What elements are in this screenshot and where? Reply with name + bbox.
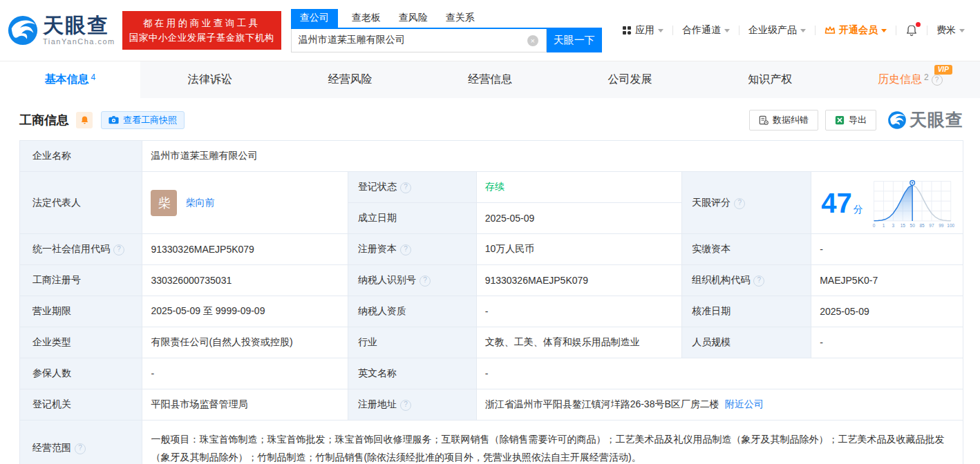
taxpayer-id-label: 纳税人识别号?	[348, 265, 477, 296]
reg-capital-label: 注册资本?	[348, 234, 477, 265]
crown-icon	[824, 26, 836, 35]
tab-operation-risk[interactable]: 经营风险	[280, 61, 420, 98]
menu-item-user[interactable]: 费米	[936, 24, 965, 37]
chevron-down-icon	[881, 29, 887, 32]
search-tab-risk[interactable]: 查风险	[399, 12, 428, 28]
brand-name: 天眼查	[43, 15, 115, 36]
english-name-label: 英文名称	[348, 358, 477, 389]
help-icon[interactable]: ?	[734, 198, 745, 209]
legal-rep-link[interactable]: 柴向前	[185, 197, 214, 209]
business-snapshot-button[interactable]: 查看工商快照	[101, 111, 185, 129]
nearby-companies-link[interactable]: 附近公司	[725, 398, 764, 409]
help-icon[interactable]: ?	[400, 182, 411, 193]
reg-authority-value: 平阳县市场监督管理局	[142, 389, 348, 420]
reg-number-label: 工商注册号	[20, 265, 142, 296]
menu-item-label: 企业级产品	[748, 24, 797, 37]
svg-text:85: 85	[919, 223, 925, 228]
industry-value: 文教、工美、体育和娱乐用品制造业	[476, 327, 682, 358]
watermark-logo: 天眼查	[887, 108, 963, 131]
notification-bell[interactable]	[905, 24, 918, 37]
username: 费米	[936, 24, 956, 37]
menu-item-label: 应用	[635, 24, 654, 37]
menu-item-apps[interactable]: 应用	[622, 24, 663, 37]
avatar[interactable]: 柴	[151, 190, 177, 216]
slogan-line1: 都在用的商业查询工具	[129, 16, 274, 30]
menu-item-label: 合作通道	[682, 24, 721, 37]
data-correction-button[interactable]: 数据纠错	[749, 110, 818, 130]
help-icon[interactable]: ?	[400, 400, 411, 411]
established-value: 2025-05-09	[476, 203, 682, 234]
reg-address-label-text: 注册地址	[358, 398, 397, 409]
reg-authority-label: 登记机关	[20, 389, 142, 420]
main-tabbar: 基本信息4 法律诉讼 经营风险 经营信息 公司发展 知识产权 VIP 历史信息2…	[0, 61, 980, 98]
menu-separator	[672, 26, 673, 35]
search-tab-company[interactable]: 查公司	[291, 9, 338, 28]
tianyancha-logo[interactable]: 天眼查 TianYanCha.com	[7, 14, 115, 46]
menu-separator	[815, 26, 816, 35]
table-row: 企业类型 有限责任公司(自然人投资或控股) 行业 文教、工美、体育和娱乐用品制造…	[20, 327, 963, 358]
staff-size-value: -	[811, 327, 963, 358]
help-icon[interactable]: ?	[113, 244, 124, 255]
help-icon[interactable]: ?	[75, 443, 86, 454]
status-badge: 存续	[485, 181, 505, 192]
paid-capital-label: 实缴资本	[682, 234, 811, 265]
export-button[interactable]: 导出	[825, 110, 876, 130]
bell-orange-icon	[80, 115, 89, 125]
tab-count: 2	[924, 72, 929, 82]
business-info-table: 企业名称 温州市道莱玉雕有限公司 法定代表人 柴 柴向前 登记状态? 存续 天眼…	[19, 140, 963, 464]
brand-text-block: 天眼查 TianYanCha.com	[43, 15, 115, 46]
search-input[interactable]	[291, 29, 547, 52]
tab-basic-info[interactable]: 基本信息4	[0, 61, 140, 98]
search-tab-boss[interactable]: 查老板	[352, 12, 381, 28]
menu-separator	[896, 26, 896, 35]
table-row: 参保人数 - 英文名称 -	[20, 358, 963, 389]
menu-separator	[739, 26, 739, 35]
score-label-text: 天眼评分	[692, 197, 731, 208]
company-type-label: 企业类型	[20, 327, 142, 358]
menu-item-enterprise[interactable]: 企业级产品	[748, 24, 806, 37]
help-icon[interactable]: ?	[420, 276, 431, 287]
tab-company-development[interactable]: 公司发展	[560, 61, 700, 98]
search-bar: × 天眼一下	[291, 29, 602, 52]
section-header: 工商信息 查看工商快照	[0, 98, 980, 140]
help-icon[interactable]: ?	[400, 244, 411, 255]
table-row: 经营范围? 一般项目：珠宝首饰制造；珠宝首饰批发；珠宝首饰回收修理服务；互联网销…	[20, 420, 963, 464]
excel-icon	[835, 115, 845, 125]
credit-code-label: 统一社会信用代码?	[20, 234, 142, 265]
help-icon[interactable]: ?	[932, 75, 943, 86]
watermark-logo-icon	[887, 110, 907, 130]
tab-intellectual-property[interactable]: 知识产权	[700, 61, 840, 98]
menu-item-vip[interactable]: 开通会员	[824, 24, 887, 37]
svg-text:100: 100	[947, 223, 954, 228]
section-title: 工商信息	[19, 112, 69, 128]
help-icon[interactable]: ?	[753, 276, 764, 287]
svg-text:15: 15	[900, 223, 905, 228]
search-area: 查公司 查老板 查风险 查关系 × 天眼一下	[291, 9, 602, 52]
reg-status-value: 存续	[476, 172, 682, 203]
monitor-bell-button[interactable]	[76, 112, 93, 128]
table-row: 登记机关 平阳县市场监督管理局 注册地址? 浙江省温州市平阳县鳌江镇河垟路26-…	[20, 389, 963, 420]
credit-code-value: 91330326MAEJP5K079	[142, 234, 348, 265]
tab-label: 公司发展	[608, 72, 652, 87]
table-row: 工商注册号 330326000735031 纳税人识别号? 91330326MA…	[20, 265, 963, 296]
credit-code-label-text: 统一社会信用代码	[32, 243, 110, 254]
page: 天眼查 TianYanCha.com 都在用的商业查询工具 国家中小企业发展子基…	[0, 0, 980, 464]
search-tab-relation[interactable]: 查关系	[446, 12, 475, 28]
svg-text:1: 1	[882, 223, 885, 228]
company-type-value: 有限责任公司(自然人投资或控股)	[142, 327, 348, 358]
tab-legal-litigation[interactable]: 法律诉讼	[140, 61, 281, 98]
reg-address-label: 注册地址?	[348, 389, 477, 420]
clear-icon[interactable]: ×	[527, 35, 538, 46]
insured-value: -	[142, 358, 348, 389]
menu-item-partnership[interactable]: 合作通道	[682, 24, 730, 37]
org-code-label: 组织机构代码?	[682, 265, 811, 296]
table-row: 营业期限 2025-05-09 至 9999-09-09 纳税人资质 - 核准日…	[20, 296, 963, 327]
legal-rep-cell: 柴 柴向前	[142, 172, 348, 234]
tab-label: 知识产权	[748, 72, 792, 87]
score-curve-chart: 0 1 3 15 50 85 97 99 100	[870, 175, 954, 231]
tab-history-info[interactable]: VIP 历史信息2 ?	[840, 61, 980, 98]
score-value: 47	[821, 188, 852, 218]
established-label: 成立日期	[348, 203, 477, 234]
tab-operation-info[interactable]: 经营信息	[420, 61, 560, 98]
search-button[interactable]: 天眼一下	[547, 29, 602, 52]
